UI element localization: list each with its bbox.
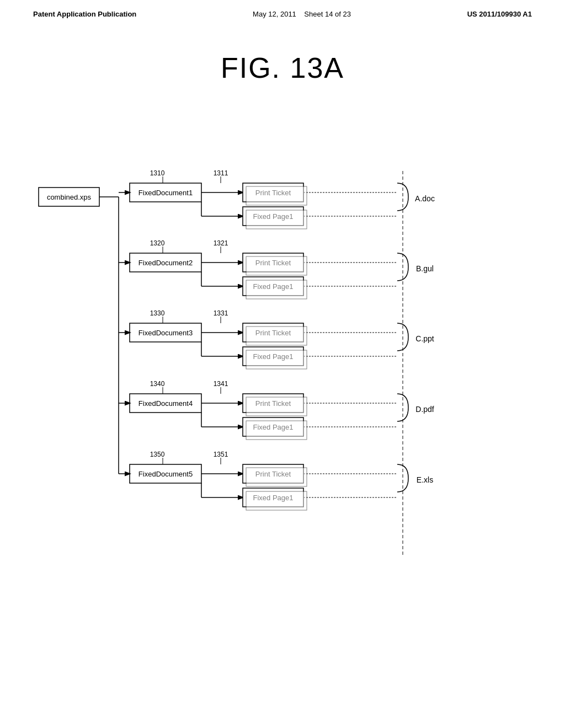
svg-text:D.pdf: D.pdf: [415, 405, 434, 414]
diagram-svg: combined.xps 1310 FixedDocument1 1311 Pr…: [33, 108, 530, 576]
svg-text:1311: 1311: [214, 169, 228, 177]
svg-rect-90: [246, 186, 307, 205]
patent-number-label: US 2011/109930 A1: [467, 10, 532, 18]
svg-rect-91: [246, 256, 307, 275]
svg-rect-97: [246, 350, 307, 369]
svg-text:1310: 1310: [150, 169, 165, 177]
date-label: May 12, 2011: [253, 10, 296, 18]
svg-rect-93: [246, 397, 307, 416]
svg-text:1340: 1340: [150, 380, 165, 388]
sheet-label: Sheet 14 of 23: [304, 10, 351, 18]
svg-text:C.ppt: C.ppt: [415, 334, 434, 343]
figure-title: FIG. 13A: [0, 51, 565, 84]
svg-text:FixedDocument4: FixedDocument4: [138, 399, 193, 408]
svg-rect-92: [246, 326, 307, 345]
svg-text:1320: 1320: [150, 239, 165, 247]
svg-rect-99: [246, 491, 307, 510]
diagram-area: combined.xps 1310 FixedDocument1 1311 Pr…: [33, 108, 530, 576]
svg-text:A.doc: A.doc: [415, 194, 435, 203]
svg-text:combined.xps: combined.xps: [47, 193, 92, 201]
svg-text:1351: 1351: [214, 451, 228, 458]
svg-text:FixedDocument1: FixedDocument1: [138, 189, 193, 197]
svg-text:1330: 1330: [150, 309, 165, 317]
svg-text:1321: 1321: [214, 239, 228, 247]
date-sheet-label: May 12, 2011 Sheet 14 of 23: [253, 10, 351, 18]
svg-text:1341: 1341: [214, 380, 228, 388]
svg-text:1331: 1331: [214, 309, 228, 317]
svg-rect-94: [246, 468, 307, 486]
svg-text:FixedDocument3: FixedDocument3: [138, 329, 193, 337]
page-header: Patent Application Publication May 12, 2…: [0, 0, 565, 18]
svg-rect-96: [246, 280, 307, 299]
svg-text:FixedDocument5: FixedDocument5: [138, 470, 193, 478]
svg-text:B.gul: B.gul: [416, 264, 434, 273]
svg-rect-98: [246, 421, 307, 440]
publication-label: Patent Application Publication: [33, 10, 136, 18]
svg-text:1350: 1350: [150, 451, 165, 458]
svg-text:E.xls: E.xls: [417, 475, 433, 484]
svg-rect-95: [246, 210, 307, 229]
svg-text:FixedDocument2: FixedDocument2: [138, 259, 193, 267]
